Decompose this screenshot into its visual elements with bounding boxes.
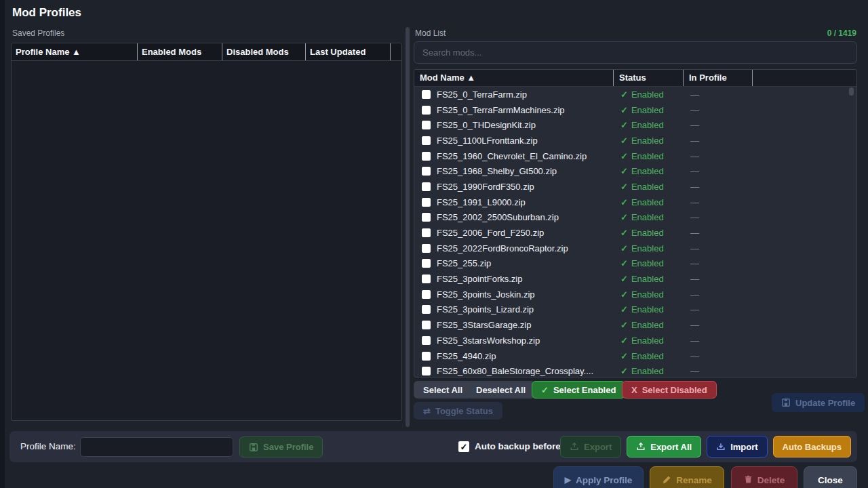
select-enabled-button[interactable]: ✓ Select Enabled — [532, 381, 625, 399]
mod-rows: FS25_0_TerraFarm.zip ✓ Enabled — FS25_0_… — [414, 87, 856, 378]
auto-backup-checkbox[interactable]: ✓ — [458, 441, 469, 452]
profile-name-input[interactable] — [80, 437, 233, 457]
mod-checkbox[interactable] — [422, 106, 431, 115]
mod-checkbox[interactable] — [422, 136, 431, 145]
update-profile-button[interactable]: Update Profile — [772, 393, 865, 412]
mod-checkbox[interactable] — [422, 213, 431, 222]
status-text: Enabled — [631, 289, 664, 300]
mod-checkbox[interactable] — [422, 305, 431, 314]
panel-splitter[interactable] — [406, 27, 410, 427]
status-text: Enabled — [631, 274, 664, 284]
in-profile-value: — — [684, 166, 753, 176]
mod-checkbox[interactable] — [422, 352, 431, 361]
delete-button[interactable]: Delete — [731, 466, 797, 488]
mod-row: FS25_3starsWorkshop.zip ✓ Enabled — — [414, 333, 856, 348]
status-text: Enabled — [631, 243, 664, 253]
mod-checkbox[interactable] — [422, 290, 431, 299]
deselect-all-button[interactable]: Deselect All — [467, 381, 535, 399]
column-enabled-mods[interactable]: Enabled Mods — [138, 43, 222, 60]
export-icon — [570, 442, 579, 451]
select-all-button[interactable]: Select All — [414, 381, 472, 399]
status-text: Enabled — [631, 89, 664, 100]
toggle-status-button[interactable]: ⇄ Toggle Status — [414, 402, 502, 420]
column-mod-name[interactable]: Mod Name ▲ — [414, 70, 614, 86]
mod-checkbox[interactable] — [422, 182, 431, 191]
select-disabled-button[interactable]: X Select Disabled — [622, 381, 717, 399]
saved-profiles-header: Profile Name ▲ Enabled Mods Disabled Mod… — [12, 43, 401, 61]
play-icon: ▶ — [565, 475, 571, 485]
mod-row: FS25_60x80_BaleStorage_Crossplay.... ✓ E… — [414, 363, 856, 378]
mod-checkbox[interactable] — [422, 244, 431, 253]
search-input[interactable] — [414, 41, 857, 64]
mod-checkbox[interactable] — [422, 367, 431, 375]
mod-checkbox[interactable] — [422, 121, 431, 129]
column-last-updated[interactable]: Last Updated — [306, 43, 391, 60]
status-text: Enabled — [631, 258, 664, 268]
save-disk-icon — [249, 443, 258, 452]
enabled-check-icon: ✓ — [620, 89, 628, 100]
scrollbar-thumb[interactable] — [849, 87, 854, 96]
mod-checkbox[interactable] — [422, 90, 431, 99]
enabled-check-icon: ✓ — [620, 289, 628, 300]
export-all-button[interactable]: Export All — [627, 436, 701, 458]
mod-checkbox[interactable] — [422, 167, 431, 176]
import-button[interactable]: Import — [707, 436, 767, 458]
save-disk-icon — [781, 398, 791, 407]
export-button[interactable]: Export — [560, 436, 621, 458]
pencil-icon — [662, 475, 671, 485]
status-text: Enabled — [631, 336, 664, 346]
mod-name: FS25_2002_2500Suburban.zip — [437, 212, 559, 222]
mod-checkbox[interactable] — [422, 152, 431, 161]
status-text: Enabled — [631, 304, 664, 314]
column-status[interactable]: Status — [614, 70, 684, 86]
mod-row: FS25_255.zip ✓ Enabled — — [414, 256, 856, 272]
column-disabled-mods[interactable]: Disabled Mods — [222, 43, 306, 60]
mod-list-scrollbar[interactable] — [848, 87, 854, 375]
enabled-check-icon: ✓ — [620, 182, 628, 192]
mod-checkbox[interactable] — [422, 274, 431, 283]
mod-row: FS25_1100LFronttank.zip ✓ Enabled — — [414, 133, 856, 148]
auto-backups-button[interactable]: Auto Backups — [773, 436, 851, 458]
apply-profile-button[interactable]: ▶ Apply Profile — [553, 466, 644, 488]
enabled-check-icon: ✓ — [620, 197, 628, 207]
page-title: Mod Profiles — [12, 6, 81, 20]
status-text: Enabled — [631, 182, 664, 192]
mod-name: FS25_1968_Shelby_Gt500.zip — [437, 166, 557, 176]
mod-name: FS25_60x80_BaleStorage_Crossplay.... — [437, 366, 593, 376]
mod-list-label: Mod List — [415, 28, 446, 38]
profile-name-label: Profile Name: — [20, 441, 76, 451]
mod-row: FS25_4940.zip ✓ Enabled — — [414, 348, 856, 364]
mod-name: FS25_3starsWorkshop.zip — [437, 336, 540, 346]
rename-button[interactable]: Rename — [650, 466, 724, 488]
mod-checkbox[interactable] — [422, 321, 431, 329]
mod-row: FS25_2002_2500Suburban.zip ✓ Enabled — — [414, 210, 856, 226]
in-profile-value: — — [684, 336, 753, 346]
in-profile-value: — — [684, 258, 753, 268]
mod-name: FS25_0_TerraFarmMachines.zip — [437, 105, 565, 115]
mod-row: FS25_0_TerraFarm.zip ✓ Enabled — — [414, 87, 856, 102]
mod-checkbox[interactable] — [422, 336, 431, 345]
mod-checkbox[interactable] — [422, 259, 431, 268]
mod-checkbox[interactable] — [422, 228, 431, 237]
status-text: Enabled — [631, 120, 664, 130]
mod-row: FS25_3pointForks.zip ✓ Enabled — — [414, 271, 856, 287]
in-profile-value: — — [684, 212, 753, 222]
save-profile-button[interactable]: Save Profile — [239, 436, 323, 458]
trash-icon — [744, 475, 753, 484]
mod-name: FS25_1100LFronttank.zip — [437, 136, 538, 146]
status-text: Enabled — [631, 320, 664, 330]
status-text: Enabled — [631, 151, 664, 161]
column-in-profile[interactable]: In Profile — [684, 70, 753, 86]
column-spacer — [391, 43, 401, 60]
mod-row: FS25_1990FordF350.zip ✓ Enabled — — [414, 179, 856, 195]
mod-checkbox[interactable] — [422, 198, 431, 207]
in-profile-value: — — [684, 243, 753, 253]
mod-name: FS25_1991_L9000.zip — [437, 197, 526, 207]
mod-name: FS25_0_THDesignKit.zip — [437, 120, 536, 130]
column-profile-name[interactable]: Profile Name ▲ — [12, 43, 138, 60]
mod-row: FS25_0_TerraFarmMachines.zip ✓ Enabled — — [414, 102, 856, 118]
export-icon — [636, 442, 646, 451]
close-button[interactable]: Close — [804, 466, 857, 488]
status-text: Enabled — [631, 351, 664, 361]
saved-profiles-label: Saved Profiles — [12, 28, 64, 38]
